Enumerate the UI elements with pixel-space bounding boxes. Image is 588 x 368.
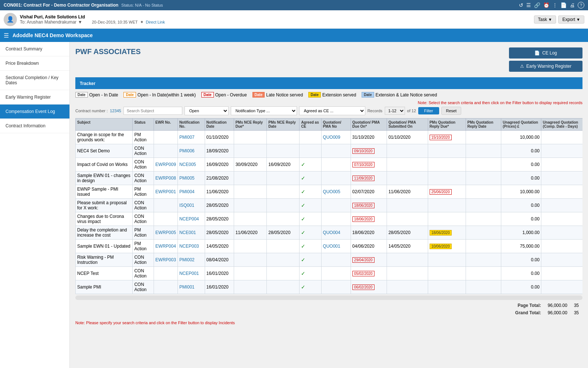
table-row: EWNP Sample - PMI issuedPM ActionEWRP001… <box>76 185 583 199</box>
grand-total-days: 35 <box>571 309 582 316</box>
table-header-row: Subject Status EWR No. Notification No. … <box>76 118 583 131</box>
table-row: Sample EWN 01 - UpdatedPM ActionEWRP004N… <box>76 240 583 253</box>
table-row: Changes due to Corona virus impactCON Ac… <box>76 212 583 226</box>
table-row: NCEP TestCON ActionNCEP00116/01/2020✓05/… <box>76 267 583 280</box>
status-select[interactable]: Open Closed All <box>184 106 229 115</box>
nav-bar: ☰ Adoddle NEC4 Demo Workspace <box>0 29 588 42</box>
hamburger-icon[interactable]: ☰ <box>4 32 9 39</box>
tracker-section: Tracker Date Open - In Date Date Open - … <box>75 77 582 325</box>
help-icon[interactable]: ? <box>578 2 584 8</box>
date-badge-yellow: Date <box>308 92 321 98</box>
bottom-note: Note: Please specify your search criteri… <box>75 321 582 325</box>
document-icon[interactable]: 📄 <box>560 2 567 8</box>
contract-no-link[interactable]: 12345 <box>110 109 121 113</box>
search-row: Contract number : 12345 Open Closed All … <box>75 106 582 115</box>
legend-extension-served: Date Extension served <box>308 92 356 98</box>
legend-late-notice: Date Late Notice served <box>252 92 303 98</box>
top-header-icons: ↺ ☰ 🔗 ⏰ ⋮ 📄 🖨 ? <box>519 2 584 8</box>
main-layout: Contract Summary Price Breakdown Section… <box>0 42 588 368</box>
grand-total-prices: 96,000.00 <box>545 309 570 316</box>
chevron-down-icon[interactable]: ▼ <box>78 20 82 25</box>
sidebar-item-early-warning[interactable]: Early Warning Register <box>0 90 69 105</box>
table-row: Delay the completion and increase the co… <box>76 226 583 240</box>
legend: Date Open - In Date Date Open - In Date(… <box>75 92 582 98</box>
tracker-header: Tracker <box>75 77 582 89</box>
date-badge-normal: Date <box>75 92 88 98</box>
warning-icon: ⚠ <box>520 64 524 69</box>
col-pms-quotation-reply-due: PMs Quotation Reply Due* <box>428 118 466 131</box>
page-total-days: 35 <box>571 302 582 309</box>
content-area: PWF ASSOCIATES 📄 CE Log ⚠ Early Warning … <box>70 42 588 368</box>
col-notification-no: Notification No. <box>178 118 205 131</box>
table-row: Risk Warning - PM InstructionCON ActionE… <box>76 253 583 267</box>
sidebar-item-sectional-completion[interactable]: Sectional Completion / Key Dates <box>0 71 69 90</box>
date-badge-orange: Date <box>123 92 136 98</box>
early-warning-register-button[interactable]: ⚠ Early Warning Register <box>509 61 582 72</box>
ce-log-button[interactable]: 📄 CE Log <box>509 47 582 59</box>
scroll-bar[interactable] <box>75 296 582 300</box>
agreed-as-ce-select[interactable]: Agreed as CE ... <box>299 106 365 115</box>
col-status: Status <box>133 118 154 131</box>
table-row: Sample EWN 01 - changes in designCON Act… <box>76 171 583 185</box>
document-small-icon: 📄 <box>534 50 540 56</box>
link-icon[interactable]: 🔗 <box>534 2 540 8</box>
table-body: Change in scope for the grounds work:PM … <box>76 131 583 294</box>
records-select[interactable]: 1-12 <box>385 107 405 115</box>
direct-link[interactable]: Direct Link <box>146 20 165 24</box>
table-wrapper: Subject Status EWR No. Notification No. … <box>75 118 582 294</box>
sidebar-item-contract-information[interactable]: Contract Information <box>0 119 69 133</box>
col-notification-date: Notification Date <box>205 118 234 131</box>
col-pms-nce-reply-due: PMs NCE Reply Due* <box>234 118 267 131</box>
totals-section: Page Total: 96,000.00 35 Grand Total: 96… <box>75 301 582 317</box>
col-quotation-no: Quotation/ PMA No <box>321 118 351 131</box>
notification-type-select[interactable]: Notification Type ... <box>231 106 297 115</box>
col-pms-nce-reply-date: PMs NCE Reply Date <box>267 118 300 131</box>
sidebar-item-compensation-event-log[interactable]: Compensation Event Log <box>0 105 69 119</box>
table-row: NEC4 Set DemoCON ActionPMI00618/09/20200… <box>76 144 583 158</box>
sidebar-item-price-breakdown[interactable]: Price Breakdown <box>0 56 69 71</box>
export-button[interactable]: Export ▼ <box>558 15 584 24</box>
records-label: Records <box>368 109 383 113</box>
user-date: 20-Dec-2019, 10:35 WET <box>92 20 138 24</box>
col-agreed-as-ce: Agreed as CE <box>300 118 321 131</box>
user-details: Vishal Puri, Asite Solutions Ltd To: Aru… <box>20 14 165 25</box>
grand-total-row: Grand Total: 96,000.00 35 <box>512 309 582 316</box>
search-input[interactable] <box>123 107 182 115</box>
legend-open-overdue: Date Open - Overdue <box>201 92 247 98</box>
top-header: CON001: Contract For - Demo Contractor O… <box>0 0 588 10</box>
grand-total-label: Grand Total: <box>512 309 544 316</box>
task-button[interactable]: Task ▼ <box>534 15 556 24</box>
grid-icon[interactable]: ⋮ <box>552 2 557 8</box>
nav-title: Adoddle NEC4 Demo Workspace <box>12 32 93 38</box>
refresh-icon[interactable]: ↺ <box>519 2 523 8</box>
totals-table: Page Total: 96,000.00 35 Grand Total: 96… <box>512 301 582 317</box>
date-badge-red: Date <box>201 92 214 98</box>
col-ewr-no: EWR No. <box>154 118 178 131</box>
col-pms-quotation-reply-date: PMs Quotation Reply Date <box>466 118 501 131</box>
col-quotation-due: Quotation/ PMA Due On* <box>351 118 387 131</box>
user-name: Vishal Puri, Asite Solutions Ltd <box>20 14 165 20</box>
page-total-row: Page Total: 96,000.00 35 <box>512 302 582 309</box>
col-unagreed-prices: Unagreed Quotation (Prices) £ <box>501 118 541 131</box>
reset-button[interactable]: Reset <box>441 107 462 115</box>
user-to: To: Arushan Mahendrakumar ▼ <box>20 20 82 25</box>
filter-button[interactable]: Filter <box>418 107 439 114</box>
legend-extension-late: Date Extension & Late Notice served <box>362 92 437 98</box>
company-buttons: 📄 CE Log ⚠ Early Warning Register <box>509 47 582 72</box>
legend-open-in-date: Date Open - In Date <box>75 92 118 98</box>
sidebar: Contract Summary Price Breakdown Section… <box>0 42 70 368</box>
page-total-label: Page Total: <box>512 302 544 309</box>
tracker-table: Subject Status EWR No. Notification No. … <box>75 118 582 294</box>
col-quotation-submitted: Quotation/ PMA Submitted On <box>387 118 428 131</box>
company-name: PWF ASSOCIATES <box>75 47 141 56</box>
clock-icon[interactable]: ⏰ <box>543 2 549 8</box>
print-icon[interactable]: 🖨 <box>570 2 575 8</box>
top-header-title: CON001: Contract For - Demo Contractor O… <box>4 3 118 8</box>
company-header: PWF ASSOCIATES 📄 CE Log ⚠ Early Warning … <box>75 47 582 72</box>
menu-icon[interactable]: ☰ <box>526 2 531 8</box>
sidebar-item-contract-summary[interactable]: Contract Summary <box>0 42 69 56</box>
table-row: Please submit a proposal for X work:CON … <box>76 199 583 212</box>
user-bar: 👤 Vishal Puri, Asite Solutions Ltd To: A… <box>0 10 588 29</box>
table-row: Sample PMICON ActionPMI00116/01/2020✓06/… <box>76 280 583 294</box>
col-unagreed-days: Unagreed Quotation (Comp. Date - Days) <box>541 118 582 131</box>
